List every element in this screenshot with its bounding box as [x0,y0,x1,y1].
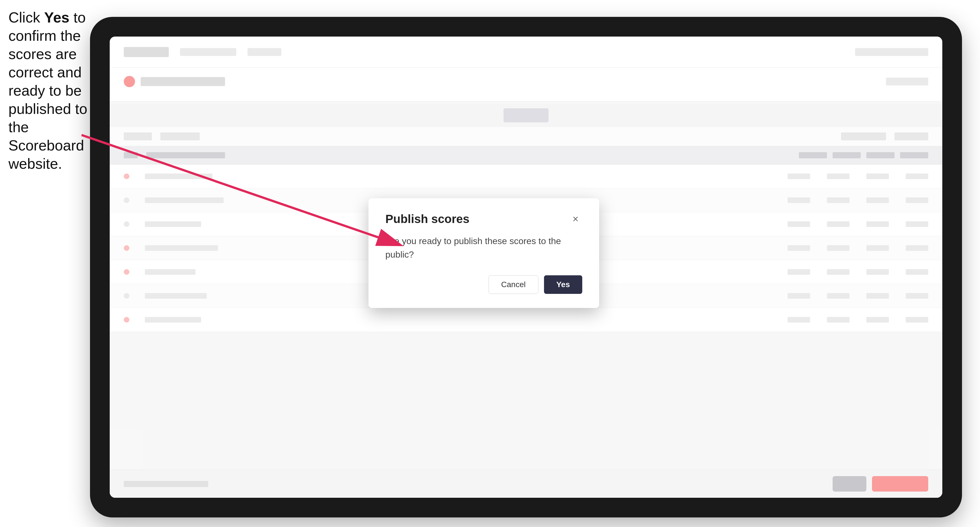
yes-button[interactable]: Yes [544,275,582,294]
modal-title: Publish scores [385,212,469,226]
instruction-text: Click Yes to confirm the scores are corr… [8,8,93,173]
tablet-device: Publish scores × Are you ready to publis… [90,17,962,517]
tablet-screen: Publish scores × Are you ready to publis… [110,37,942,498]
publish-scores-dialog: Publish scores × Are you ready to publis… [369,198,599,308]
modal-header: Publish scores × [385,212,582,226]
cancel-button[interactable]: Cancel [488,275,538,294]
modal-close-button[interactable]: × [569,212,582,226]
modal-overlay: Publish scores × Are you ready to publis… [110,37,942,498]
modal-body-text: Are you ready to publish these scores to… [385,234,582,261]
modal-footer: Cancel Yes [385,275,582,294]
